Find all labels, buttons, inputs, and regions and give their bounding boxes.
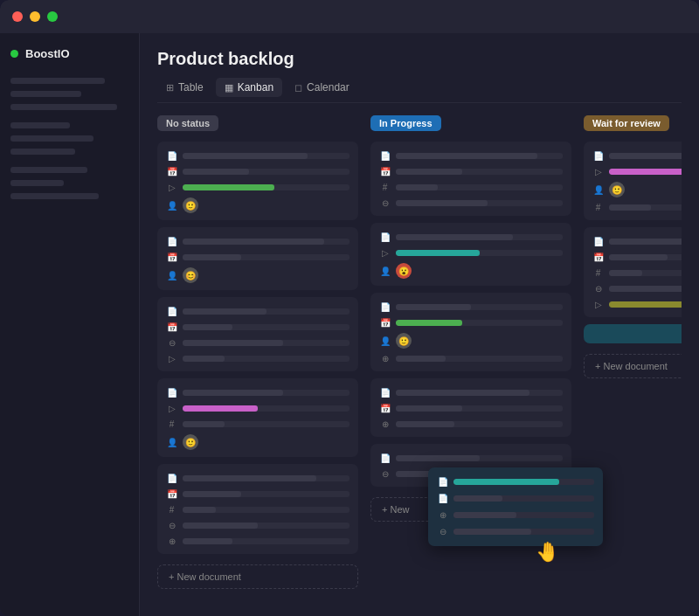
kanban-card: 📄 📅 ▷ 👤 🙂 [157,142,358,220]
sidebar-item[interactable] [10,91,81,97]
card-row: # [592,267,682,279]
brand-status-dot [10,50,18,58]
card-bar [609,286,682,292]
card-row: 📄 [379,150,563,162]
kanban-card: 📄 📅 ⊕ [370,378,571,437]
sidebar-item[interactable] [10,180,64,186]
card-row: # [166,504,350,516]
calendar-icon: 📅 [592,252,604,263]
avatar: 🙂 [609,182,625,197]
tab-table-label: Table [178,81,204,93]
card-row: ⊖ [166,520,350,531]
card-row: 📅 [166,252,350,263]
circle-icon: ⊖ [592,283,604,294]
sidebar-item[interactable] [10,135,93,142]
card-row: 📅 [166,322,350,333]
card-bar-bg [183,356,350,362]
user-icon: 👤 [379,266,391,277]
card-bar-bg [609,239,682,245]
card-bar [183,324,232,330]
card-bar-bg [609,169,682,175]
card-row: 📅 [379,403,563,414]
calendar-icon: 📅 [379,317,391,329]
link-icon: ⊕ [379,353,391,364]
card-row: 📄 [379,453,563,464]
tag-icon: # [592,267,604,279]
card-row: 👤 🙂 [379,333,563,349]
tab-calendar[interactable]: ◻ Calendar [286,78,358,97]
card-bar-bg [609,254,682,260]
circle-icon: ⊖ [166,520,177,531]
card-row: 📄 [592,236,682,247]
card-row: # [166,419,350,430]
card-bar [453,529,531,535]
main-content: Product backlog ⊞ Table ▦ Kanban ◻ Calen… [140,33,699,616]
link-icon: ⊕ [437,509,448,521]
file-icon: 📄 [166,387,177,398]
card-bar-bg [453,495,594,502]
calendar-icon: 📅 [379,166,391,177]
card-bar-bg [453,529,594,535]
card-bar-bg [396,169,563,175]
file-icon: 📄 [379,150,391,162]
kanban-card: 📄 📅 👤 😊 [157,227,358,290]
calendar-icon: 📅 [166,488,177,500]
card-bar-teal [396,250,480,256]
card-row: 📄 [166,236,350,247]
tab-kanban-label: Kanban [238,81,273,93]
file-icon: 📄 [592,236,604,247]
link-icon: ⊕ [166,536,177,547]
sidebar-item[interactable] [10,78,105,84]
calendar-icon: ◻ [294,82,302,93]
titlebar [0,0,699,33]
card-bar-bg [396,405,563,412]
file-icon: 📄 [379,301,391,313]
card-bar [183,390,283,396]
sidebar-item[interactable] [10,193,99,199]
kanban-card: 📄 📅 ⊖ ▷ [157,297,358,371]
circle-icon: ⊖ [437,526,448,537]
tab-table[interactable]: ⊞ Table [157,78,212,97]
card-bar-pink [183,405,258,412]
kanban-card: 📄 ▷ 👤 😮 [370,223,571,286]
maximize-button[interactable] [47,11,58,22]
new-document-button[interactable]: + New document [157,564,358,589]
hand-cursor-icon: 🤚 [536,541,559,564]
card-row: 📄 [592,150,682,162]
card-bar-bg [183,405,350,412]
tab-kanban[interactable]: ▦ Kanban [216,78,282,97]
col-badge-in-progress: In Progress [370,115,441,131]
sidebar-item[interactable] [10,149,75,155]
card-bar [396,184,438,190]
col-badge-no-status: No status [157,115,218,131]
card-bar-bg [609,153,682,159]
circle-icon: ⊖ [379,468,391,480]
close-button[interactable] [12,11,23,22]
avatar: 🙂 [396,333,412,349]
card-row: 📅 [592,252,682,263]
folder-icon: ▷ [379,247,391,259]
tag-icon: # [379,182,391,193]
card-bar [609,204,651,211]
new-document-button-review[interactable]: + New document [584,354,682,378]
sidebar-item[interactable] [10,167,87,173]
avatar: 🙂 [183,434,198,450]
kanban-card: 📄 ▷ # 👤 🙂 [157,378,358,457]
sidebar-item[interactable] [10,104,117,110]
card-row: ⊕ [379,353,563,364]
folder-icon: ▷ [166,403,177,414]
card-bar [396,405,462,412]
card-bar [183,340,283,346]
card-bar [183,523,258,529]
file-icon: 📄 [166,473,177,484]
card-bar-bg [183,153,350,159]
tab-calendar-label: Calendar [307,81,350,93]
minimize-button[interactable] [30,11,40,22]
calendar-icon: 📅 [379,403,391,414]
user-icon: 👤 [166,270,177,281]
card-row: 📄 [379,301,563,313]
sidebar-item[interactable] [10,122,70,128]
card-bar [183,356,225,362]
user-icon: 👤 [166,437,177,448]
card-row: ▷ [166,403,350,414]
